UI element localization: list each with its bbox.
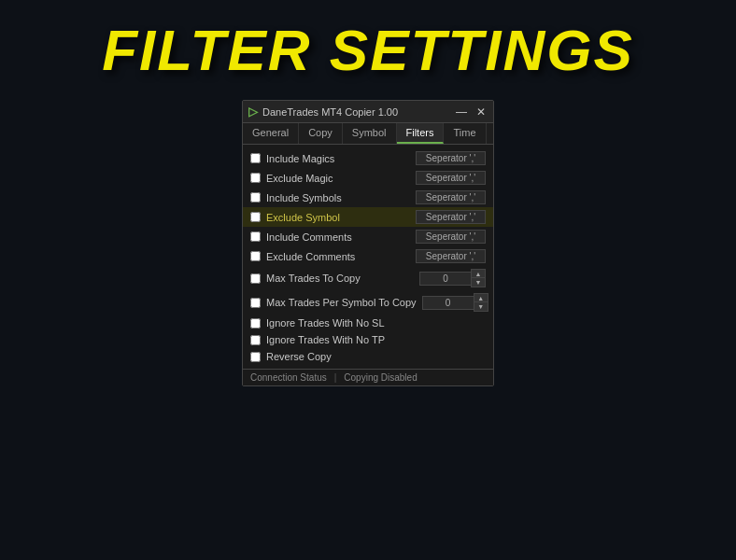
label-ignore-no-tp: Ignore Trades With No TP (266, 334, 486, 345)
row-reverse-copy: Reverse Copy (243, 348, 493, 365)
status-divider: | (334, 372, 337, 383)
label-ignore-no-sl: Ignore Trades With No SL (266, 317, 486, 329)
field-include-symbols[interactable] (416, 190, 486, 204)
close-button[interactable]: ✕ (474, 105, 488, 119)
row-max-trades: Max Trades To Copy ▲ ▼ (243, 266, 493, 290)
spinner-max-trades-per-symbol: ▲ ▼ (474, 293, 488, 312)
label-exclude-symbol: Exclude Symbol (266, 212, 410, 223)
label-exclude-comments: Exclude Comments (266, 251, 410, 262)
row-include-magics: Include Magics (243, 148, 493, 168)
title-bar: ▷ DaneTrades MT4 Copier 1.00 — ✕ (243, 101, 493, 123)
field-exclude-magic[interactable] (416, 171, 486, 185)
field-exclude-comments[interactable] (416, 249, 486, 263)
tab-time[interactable]: Time (444, 123, 486, 144)
label-exclude-magic: Exclude Magic (266, 173, 410, 184)
tab-symbol[interactable]: Symbol (343, 123, 397, 144)
number-wrap-max-trades-per-symbol: ▲ ▼ (422, 293, 488, 312)
checkbox-exclude-comments[interactable] (250, 251, 261, 261)
tab-filters[interactable]: Filters (397, 123, 445, 144)
checkbox-include-symbols[interactable] (250, 192, 261, 203)
status-bar: Connection Status | Copying Disabled (243, 369, 493, 385)
checkbox-exclude-magic[interactable] (250, 173, 261, 183)
app-window: ▷ DaneTrades MT4 Copier 1.00 — ✕ General… (242, 100, 494, 386)
title-bar-controls: — ✕ (454, 105, 488, 119)
connection-status: Connection Status (250, 372, 327, 383)
checkbox-exclude-symbol[interactable] (250, 212, 261, 222)
page-title: FILTER SETTINGS (102, 17, 634, 83)
checkbox-max-trades[interactable] (250, 273, 261, 284)
spinner-max-trades: ▲ ▼ (471, 269, 486, 287)
label-max-trades: Max Trades To Copy (266, 273, 414, 284)
app-title: DaneTrades MT4 Copier 1.00 (262, 106, 398, 118)
app-logo: ▷ (248, 105, 258, 119)
label-include-magics: Include Magics (266, 153, 410, 164)
row-ignore-no-sl: Ignore Trades With No SL (243, 315, 493, 331)
row-include-symbols: Include Symbols (243, 188, 493, 207)
checkbox-include-magics[interactable] (250, 153, 261, 163)
label-reverse-copy: Reverse Copy (266, 351, 486, 362)
label-max-trades-per-symbol: Max Trades Per Symbol To Copy (266, 297, 417, 308)
checkbox-include-comments[interactable] (250, 231, 261, 242)
row-include-comments: Include Comments (243, 227, 493, 246)
copying-status: Copying Disabled (344, 372, 417, 383)
field-max-trades[interactable] (419, 272, 471, 286)
label-include-symbols: Include Symbols (266, 192, 410, 203)
minimize-button[interactable]: — (454, 105, 469, 119)
spinner-up-max-trades[interactable]: ▲ (472, 270, 485, 278)
spinner-up-max-trades-per-symbol[interactable]: ▲ (474, 294, 488, 302)
label-include-comments: Include Comments (266, 231, 410, 243)
row-max-trades-per-symbol: Max Trades Per Symbol To Copy ▲ ▼ (243, 290, 493, 315)
field-include-magics[interactable] (416, 151, 486, 165)
field-max-trades-per-symbol[interactable] (422, 296, 474, 310)
spinner-down-max-trades-per-symbol[interactable]: ▼ (474, 302, 488, 311)
row-exclude-comments: Exclude Comments (243, 246, 493, 266)
tab-general[interactable]: General (243, 123, 299, 144)
tab-copy[interactable]: Copy (299, 123, 343, 144)
checkbox-reverse-copy[interactable] (250, 352, 261, 362)
checkbox-ignore-no-tp[interactable] (250, 335, 261, 345)
nav-tabs: General Copy Symbol Filters Time (243, 123, 493, 145)
field-include-comments[interactable] (416, 230, 486, 244)
spinner-down-max-trades[interactable]: ▼ (472, 278, 485, 287)
field-exclude-symbol[interactable] (416, 210, 486, 224)
row-exclude-magic: Exclude Magic (243, 168, 493, 188)
checkbox-ignore-no-sl[interactable] (250, 318, 261, 329)
checkbox-max-trades-per-symbol[interactable] (250, 298, 261, 308)
row-exclude-symbol: Exclude Symbol (243, 207, 493, 227)
row-ignore-no-tp: Ignore Trades With No TP (243, 331, 493, 348)
title-bar-left: ▷ DaneTrades MT4 Copier 1.00 (248, 105, 398, 119)
settings-body: Include Magics Exclude Magic Include Sym… (243, 145, 493, 369)
number-wrap-max-trades: ▲ ▼ (419, 269, 486, 287)
